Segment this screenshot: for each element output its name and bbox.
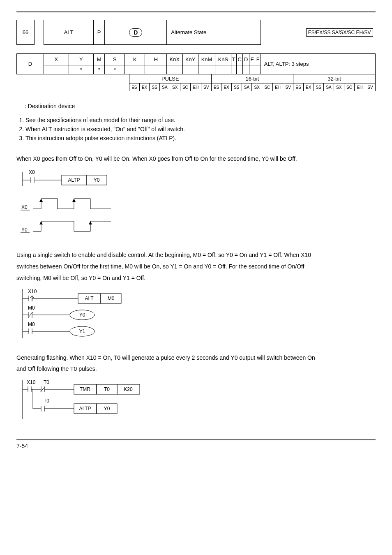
operand-d-oval: D xyxy=(129,28,142,37)
d3-t0b: T0 xyxy=(44,398,49,404)
d2-alt: ALT xyxy=(85,296,94,301)
d3-t0a: T0 xyxy=(44,379,49,385)
d1-x0: X0 xyxy=(29,169,35,175)
col-d: D xyxy=(243,54,249,65)
svg-marker-9 xyxy=(72,199,76,202)
diagram-1: X0 ALTP Y0 X0 Y0 xyxy=(16,168,127,238)
d2-m0b: M0 xyxy=(28,321,35,327)
page-footer: 7-54 xyxy=(16,439,376,449)
d1-altp: ALTP xyxy=(68,177,80,183)
col-s: S xyxy=(105,54,125,65)
operand-cell: D xyxy=(105,20,167,45)
group-pulse: PULSE xyxy=(129,74,212,83)
d2-m0: M0 xyxy=(108,296,115,301)
d3-k20: K20 xyxy=(124,386,133,392)
page-number: 7-54 xyxy=(16,443,28,449)
para-2b: switches between On/Off for the first ti… xyxy=(16,261,376,272)
d-star-m: * xyxy=(94,65,105,74)
col-x: X xyxy=(44,54,69,65)
col-y: Y xyxy=(69,54,94,65)
d3-x10: X10 xyxy=(27,379,36,385)
type-row: D X Y M S K H KnX KnY KnM KnS T C D E F … xyxy=(17,54,376,65)
d2-m0a: M0 xyxy=(28,305,35,311)
para-2a: Using a single switch to enable and disa… xyxy=(16,250,376,261)
group-16bit: 16-bit xyxy=(211,74,293,83)
pulse-strip: PULSE 16-bit 32-bit ES EX SS SA SX SC EH… xyxy=(16,74,376,91)
exp-1: See the specifications of each model for… xyxy=(25,117,376,123)
col-h: H xyxy=(145,54,167,65)
col-knx: KnX xyxy=(167,54,182,65)
group-32bit: 32-bit xyxy=(293,74,376,83)
col-k: K xyxy=(125,54,145,65)
destination-device: : Destination device xyxy=(25,103,376,109)
pulse-cells-row: ES EX SS SA SX SC EH SV ES EX SS SA SX S… xyxy=(16,83,376,91)
svg-marker-11 xyxy=(39,221,43,224)
p-flag: P xyxy=(94,20,105,45)
exp-3: This instruction adopts pulse execution … xyxy=(25,135,376,141)
diagram-2: X10 ALT M0 M0 Y0 M0 Y1 xyxy=(16,287,136,340)
para-1: When X0 goes from Off to On, Y0 will be … xyxy=(16,154,376,164)
col-kns: KnS xyxy=(215,54,231,65)
legend-cell: ES/EX/SS SA/SX/SC EH/SV xyxy=(261,20,375,45)
para-2c: switching, M0 will be Off, so Y0 = On an… xyxy=(16,273,376,284)
instruction-header-table: 66 ALT P D Alternate State ES/EX/SS SA/S… xyxy=(16,20,376,74)
para-3a: Generating flashing. When X10 = On, T0 w… xyxy=(16,353,376,363)
para-3b: and Off following the T0 pulses. xyxy=(16,364,376,375)
d2-y1: Y1 xyxy=(79,328,85,334)
function-title: Alternate State xyxy=(167,20,261,45)
col-m: M xyxy=(94,54,105,65)
col-kny: KnY xyxy=(182,54,198,65)
explanations-list: See the specifications of each model for… xyxy=(16,117,376,141)
d3-tmr-t0: T0 xyxy=(104,386,110,392)
legend-box: ES/EX/SS SA/SX/SC EH/SV xyxy=(306,28,373,37)
exp-2: When ALT instruction is executed, "On" a… xyxy=(25,126,376,132)
api-no: 66 xyxy=(17,20,35,45)
d1-wave-y0: Y0 xyxy=(21,227,28,233)
col-knm: KnM xyxy=(198,54,215,65)
col-f: F xyxy=(255,54,261,65)
d1-y0: Y0 xyxy=(94,177,100,183)
d-label: D xyxy=(17,54,44,74)
diagram-3: X10 T0 TMR T0 K20 T0 ALTP Y0 xyxy=(16,378,164,423)
d3-altp-y0: Y0 xyxy=(104,406,110,412)
d1-wave-x0: X0 xyxy=(21,204,28,210)
d2-y0: Y0 xyxy=(79,312,85,318)
col-t: T xyxy=(231,54,236,65)
svg-marker-8 xyxy=(39,199,43,202)
col-e: E xyxy=(249,54,255,65)
d3-altp: ALTP xyxy=(79,406,91,412)
d-star-y: * xyxy=(69,65,94,74)
mnemonic: ALT xyxy=(44,20,94,45)
col-c: C xyxy=(236,54,243,65)
d-star-s: * xyxy=(105,65,125,74)
d2-x10: X10 xyxy=(28,289,37,294)
steps: ALT, ALTP: 3 steps xyxy=(261,54,375,74)
d3-tmr: TMR xyxy=(80,386,90,392)
svg-marker-12 xyxy=(89,221,92,224)
